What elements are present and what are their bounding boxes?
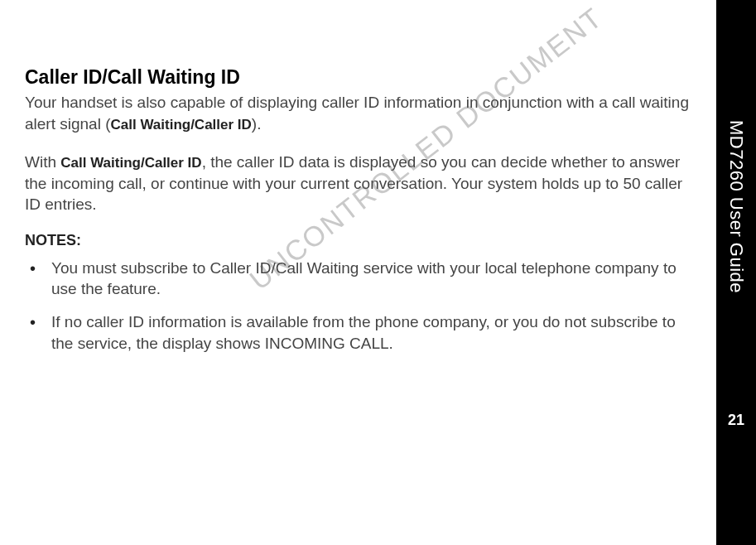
note-item: You must subscribe to Caller ID/Call Wai… bbox=[25, 258, 691, 300]
section-heading: Caller ID/Call Waiting ID bbox=[25, 66, 691, 89]
watermark-text: UNCONTROLLED DOCUMENT bbox=[243, 1, 609, 297]
guide-title: MD7260 User Guide bbox=[725, 120, 747, 293]
page: UNCONTROLLED DOCUMENT Caller ID/Call Wai… bbox=[0, 0, 756, 545]
note2-bold: INCOMING CALL bbox=[265, 335, 389, 352]
para1-text-b: ). bbox=[252, 115, 262, 133]
content-area: UNCONTROLLED DOCUMENT Caller ID/Call Wai… bbox=[0, 0, 716, 545]
para1-bold: Call Waiting/Caller ID bbox=[111, 117, 252, 133]
paragraph-1: Your handset is also capable of displayi… bbox=[25, 92, 691, 135]
notes-list: You must subscribe to Caller ID/Call Wai… bbox=[25, 258, 691, 354]
note1-bold: Caller ID/Call Waiting bbox=[210, 259, 359, 277]
para2-bold: Call Waiting/Caller ID bbox=[60, 155, 201, 171]
note1-text-a: You must subscribe to bbox=[51, 259, 210, 277]
para2-text-a: With bbox=[25, 153, 60, 171]
note2-text-b: . bbox=[389, 335, 393, 352]
sidebar: MD7260 User Guide 21 bbox=[716, 0, 756, 545]
paragraph-2: With Call Waiting/Caller ID, the caller … bbox=[25, 152, 691, 215]
page-number: 21 bbox=[716, 412, 756, 429]
note-item: If no caller ID information is available… bbox=[25, 311, 691, 354]
notes-heading: NOTES: bbox=[25, 232, 691, 249]
